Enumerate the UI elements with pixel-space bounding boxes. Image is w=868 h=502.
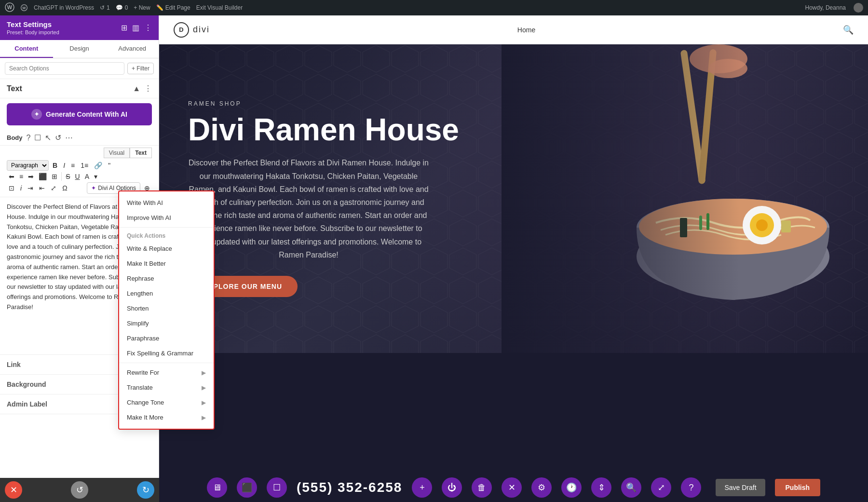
special1-button[interactable]: ⊡ xyxy=(7,183,16,193)
editor-toolbar: Visual Text Paragraph Heading 1 Heading … xyxy=(0,146,159,197)
sidebar-close-button[interactable]: ✕ xyxy=(5,481,22,499)
wp-logo-icon[interactable]: W xyxy=(5,2,14,14)
align-left-button[interactable]: ⬅ xyxy=(7,172,16,181)
toolbar-divider xyxy=(61,172,62,181)
divi-logo-circle: D xyxy=(174,22,189,38)
phone-bar-zoom-button[interactable]: 🔍 xyxy=(621,477,641,498)
admin-bar-howdy: Howdy, Deanna xyxy=(805,4,846,11)
tab-content[interactable]: Content xyxy=(0,40,53,58)
make-it-more-arrow-icon: ▶ xyxy=(202,414,206,421)
dropdown-make-better[interactable]: Make It Better xyxy=(119,256,214,271)
phone-bar-question-button[interactable]: ? xyxy=(681,477,701,498)
dropdown-change-tone[interactable]: Change Tone ▶ xyxy=(119,395,214,410)
body-help-icon[interactable]: ? xyxy=(27,134,31,142)
body-more-icon[interactable]: ⋯ xyxy=(65,133,73,142)
align-center-button[interactable]: ≡ xyxy=(17,172,25,181)
sidebar-more-icon[interactable]: ⋮ xyxy=(144,23,152,32)
phone-bar-device-desktop[interactable]: 🖥 xyxy=(207,477,227,498)
admin-bar-edit-page[interactable]: ✏️ Edit Page xyxy=(156,4,190,11)
phone-bar-device-mobile[interactable]: ☐ xyxy=(267,477,287,498)
divi-logo-text: divi xyxy=(193,25,210,35)
tab-design[interactable]: Design xyxy=(53,40,106,58)
dropdown-improve-with-ai[interactable]: Improve With AI xyxy=(119,210,214,225)
body-clipboard-icon[interactable]: ☐ xyxy=(34,133,41,142)
phone-bar-arrows-button[interactable]: ⤢ xyxy=(651,477,671,498)
ol-button[interactable]: 1≡ xyxy=(79,161,90,170)
ul-button[interactable]: ≡ xyxy=(69,161,77,170)
strikethrough-button[interactable]: S xyxy=(64,172,72,181)
quote-button[interactable]: " xyxy=(106,161,112,170)
table-button[interactable]: ⊞ xyxy=(50,172,59,181)
sidebar-columns-icon[interactable]: ▥ xyxy=(132,23,139,32)
admin-bar-exit-builder[interactable]: Exit Visual Builder xyxy=(196,4,243,11)
phone-bar-close-button[interactable]: ✕ xyxy=(502,477,522,498)
publish-button[interactable]: Publish xyxy=(775,479,821,496)
dropdown-write-with-ai[interactable]: Write With AI xyxy=(119,195,214,210)
search-options-input[interactable] xyxy=(5,62,124,75)
filter-button[interactable]: + Filter xyxy=(127,63,154,74)
link-button[interactable]: 🔗 xyxy=(92,161,104,170)
body-toolbar: Body ? ☐ ↖ ↺ ⋯ xyxy=(0,130,159,146)
fullscreen-button[interactable]: ⤢ xyxy=(49,183,58,193)
dropdown-translate[interactable]: Translate ▶ xyxy=(119,380,214,395)
admin-bar-site[interactable]: W xyxy=(20,4,28,12)
generate-content-ai-button[interactable]: ✦ Generate Content With AI xyxy=(7,103,152,125)
change-tone-arrow-icon: ▶ xyxy=(202,399,206,406)
admin-bar-counter1[interactable]: ↺ 1 xyxy=(100,4,110,11)
dropdown-rephrase[interactable]: Rephrase xyxy=(119,271,214,286)
dropdown-fix-spelling[interactable]: Fix Spelling & Grammar xyxy=(119,346,214,361)
admin-bar-chatgpt[interactable]: ChatGPT in WordPress xyxy=(34,4,94,11)
omega-button[interactable]: Ω xyxy=(60,183,69,193)
dropdown-simplify[interactable]: Simplify xyxy=(119,316,214,331)
editor-toolbar-row1: Paragraph Heading 1 Heading 2 B I ≡ 1≡ 🔗… xyxy=(7,160,152,171)
align-justify-button[interactable]: ⬛ xyxy=(37,172,49,181)
phone-bar-history-button[interactable]: 🕐 xyxy=(561,477,582,498)
text-section-title: Text xyxy=(7,84,22,93)
font-color-dropdown[interactable]: ▾ xyxy=(92,172,99,181)
phone-bar-power-button[interactable]: ⏻ xyxy=(442,477,462,498)
save-draft-button[interactable]: Save Draft xyxy=(716,479,765,496)
phone-bar-settings-button[interactable]: ⚙ xyxy=(531,477,552,498)
visual-tab[interactable]: Visual xyxy=(104,148,130,158)
sidebar-fullscreen-icon[interactable]: ⊞ xyxy=(121,23,127,32)
font-color-button[interactable]: A xyxy=(83,172,91,181)
sidebar-tabs: Content Design Advanced xyxy=(0,40,159,58)
indent-button[interactable]: ⇥ xyxy=(26,183,35,193)
body-cursor-icon[interactable]: ↖ xyxy=(45,133,51,142)
dropdown-write-replace[interactable]: Write & Replace xyxy=(119,241,214,256)
dropdown-shorten[interactable]: Shorten xyxy=(119,301,214,316)
body-undo-icon[interactable]: ↺ xyxy=(55,133,61,142)
hero-subtitle: RAMEN SHOP xyxy=(188,100,459,107)
text-section-collapse-icon[interactable]: ▲ xyxy=(133,84,140,93)
dropdown-paraphrase[interactable]: Paraphrase xyxy=(119,331,214,346)
sidebar-redo-button[interactable]: ↻ xyxy=(137,481,154,499)
admin-bar-new[interactable]: + New xyxy=(134,4,150,11)
tab-advanced[interactable]: Advanced xyxy=(106,40,159,58)
phone-bar-trash-button[interactable]: 🗑 xyxy=(472,477,492,498)
italic2-button[interactable]: i xyxy=(18,183,24,193)
text-tab[interactable]: Text xyxy=(130,148,152,158)
phone-bar-add-button[interactable]: + xyxy=(412,477,432,498)
underline-button[interactable]: U xyxy=(73,172,82,181)
italic-button[interactable]: I xyxy=(61,161,67,170)
text-section-options-icon[interactable]: ⋮ xyxy=(144,84,152,93)
paragraph-select[interactable]: Paragraph Heading 1 Heading 2 xyxy=(7,160,49,171)
phone-bar-device-tablet[interactable]: ⬛ xyxy=(237,477,257,498)
dropdown-make-it-more[interactable]: Make It More ▶ xyxy=(119,410,214,425)
align-right-button[interactable]: ➡ xyxy=(26,172,36,181)
dropdown-lengthen[interactable]: Lengthen xyxy=(119,286,214,301)
nav-search-icon[interactable]: 🔍 xyxy=(843,25,854,35)
svg-text:W: W xyxy=(7,4,13,10)
sidebar-preset[interactable]: Preset: Body imported xyxy=(7,29,59,35)
editor-toolbar-row2: ⬅ ≡ ➡ ⬛ ⊞ S U A ▾ xyxy=(7,172,152,181)
dropdown-rewrite-for[interactable]: Rewrite For ▶ xyxy=(119,365,214,380)
bold-button[interactable]: B xyxy=(51,161,59,170)
divi-ai-icon: ✦ xyxy=(91,185,96,191)
outdent-button[interactable]: ⇤ xyxy=(37,183,47,193)
nav-link-home[interactable]: Home xyxy=(517,26,535,34)
divi-nav-links: Home xyxy=(517,26,535,34)
phone-bar-split-button[interactable]: ⇕ xyxy=(591,477,611,498)
ai-dropdown-menu: Write With AI Improve With AI Quick Acti… xyxy=(118,190,215,430)
admin-bar-counter2[interactable]: 💬 0 xyxy=(116,4,128,11)
sidebar-undo-button[interactable]: ↺ xyxy=(71,481,88,499)
